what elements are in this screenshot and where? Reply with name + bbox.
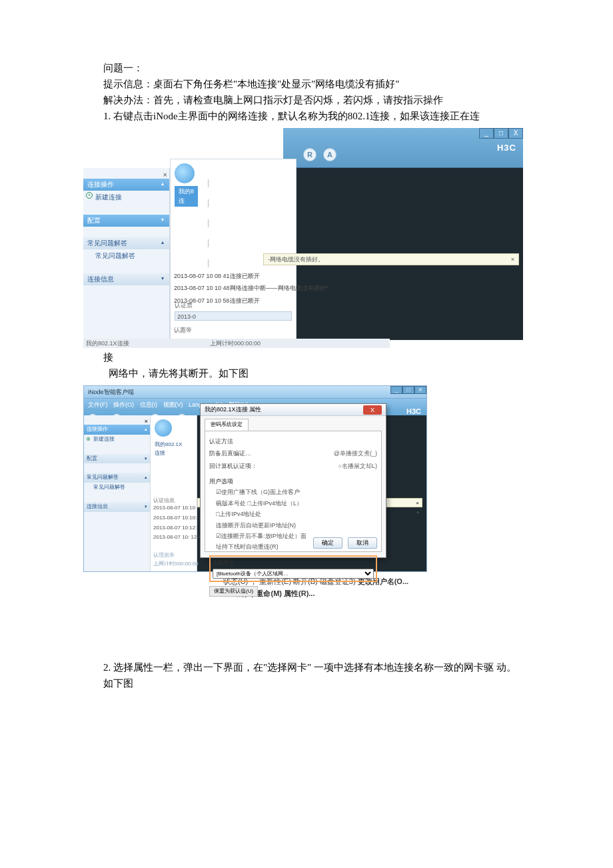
log-list: 2013-08-07 10:10 4 2013-08-07 10:10: 201…	[153, 503, 207, 543]
sidebar-item-label: 新建连接	[93, 436, 115, 442]
conn-label-line2: 连接	[151, 449, 197, 458]
chevron-up-icon: ▴	[145, 425, 147, 433]
cancel-button[interactable]: 取消	[348, 537, 377, 549]
sidebar-header-label: 连接操作	[87, 181, 114, 188]
menu-view[interactable]: 视图(V)	[163, 401, 183, 408]
heading-q1: 问题一：	[103, 60, 520, 76]
connection-icon[interactable]	[155, 419, 172, 437]
chevron-up-icon: ▴	[145, 473, 147, 481]
menu-info[interactable]: 信息(I)	[140, 401, 158, 408]
option-broadcast-logout[interactable]: ☑使用广播下线（G)面上传客户	[209, 487, 377, 497]
chevron-up-icon: ▴	[161, 180, 164, 189]
tooltip-close-icon[interactable]: ×	[511, 255, 518, 264]
sidebar-item-newconn[interactable]: + 新建连接	[83, 191, 169, 204]
dialog-body: 认证方法 防备后直编证… @单播接文煮(_) 回计算机认证项： ○名播展文却L)…	[205, 431, 382, 552]
maximize-button[interactable]: □	[494, 128, 508, 139]
status-timer: 上网计时000:00:00	[153, 560, 199, 569]
option-auto-renew-ip[interactable]: 连接断开后自动更新IP地址(N)	[209, 520, 377, 531]
nic-select[interactable]: [Bluetooth设备（个人区域网…	[213, 569, 374, 579]
sidebar: × 连接操作 ▴ ⊕ 新建连接 配置 ▾ 常见问题解答 ▴ 常见问题解答 连接信…	[84, 415, 151, 571]
tick-icon	[208, 179, 209, 187]
screenshot-2: _ □ X iNode智能客户端 文件(F) 操作(O) 信息(I) 视图(V)…	[83, 385, 427, 572]
dialog-title: 我的802.1X连接 属性	[205, 405, 261, 414]
chevron-up-icon: ▴	[161, 239, 164, 247]
screenshot-1: _ □ X H3C R A × 连接操作 ▴ + 新建连接 配置 ▾ 常	[83, 128, 523, 348]
sidebar-header-conninfo[interactable]: 连接信息 ▾	[83, 273, 169, 285]
sidebar-header-config[interactable]: 配置 ▾	[83, 215, 169, 227]
connection-label[interactable]: 我的8 连	[175, 186, 198, 207]
option-upload-ipv4[interactable]: 碗版本号处 □上传IPv4地址（L）	[209, 498, 377, 509]
log-list: 2013-08-07 10 08 41连接已断开 2013-08-07 10 1…	[174, 270, 394, 307]
date-bar: 2013-0	[175, 311, 292, 321]
radio-multicast[interactable]: ○名播展文却L)	[338, 461, 377, 471]
conn-label-line1: 我的802.1X	[151, 441, 197, 449]
restore-defaults-button[interactable]: 保重为获认值(U)	[209, 586, 258, 597]
log-row: 2013-08-07 10:12:	[153, 523, 207, 533]
log-row: 2013-08-07 10:10:	[153, 513, 207, 523]
close-button[interactable]: X	[508, 128, 523, 139]
brand-label: H3C	[497, 141, 516, 155]
tooltip-bar: -网络电缆没有插好。 ×	[263, 253, 519, 265]
sidebar-header-conninfo[interactable]: 连接信息 ▾	[84, 502, 150, 512]
step-1b: 接	[103, 349, 520, 365]
connection-icon[interactable]	[175, 163, 195, 183]
auth-exception-label: 认惠帝	[174, 325, 192, 335]
sidebar-header-faq[interactable]: 常见问题解答 ▴	[84, 473, 150, 483]
tick-icon	[208, 259, 209, 267]
step-1c: 网络中，请先将其断开。如下图	[103, 365, 520, 381]
sidebar-header-connect[interactable]: 连接操作 ▴	[83, 179, 169, 191]
refresh-icon[interactable]: R	[303, 148, 316, 161]
menu-operate[interactable]: 操作(O)	[113, 401, 134, 408]
tooltip-close-icon[interactable]: ×	[416, 499, 419, 508]
ok-button[interactable]: 确定	[313, 537, 342, 549]
dialog-close-button[interactable]: X	[363, 405, 382, 415]
maximize-button[interactable]: □	[402, 386, 414, 394]
auth-method-label: 认证方法	[209, 437, 263, 446]
sidebar-header-label: 连接信息	[87, 275, 114, 283]
step-2: 2. 选择属性一栏，弹出一下界面，在"选择网卡" 一项中选择有本地连接名称一致的…	[103, 659, 520, 691]
sidebar-header-config[interactable]: 配置 ▾	[84, 454, 150, 464]
status-bar: 认理息帝 上网计时000:00:00	[153, 551, 199, 569]
sidebar-item-newconn[interactable]: ⊕ 新建连接	[84, 435, 150, 445]
sidebar-header-label: 配置	[87, 217, 101, 224]
status-timer: 上网计时000:00:00	[210, 339, 261, 348]
solve-line: 解决办法：首先，请检查电脑上网口指示灯是否闪烁，若闪烁，请按指示操作	[103, 92, 520, 108]
computer-auth-label: 回计算机认证项：	[209, 461, 263, 471]
sidebar-header-faq[interactable]: 常见问题解答 ▴	[83, 237, 169, 249]
tick-icon	[208, 219, 209, 227]
sidebar-header-connect[interactable]: 连接操作 ▴	[84, 425, 150, 435]
nic-select-highlight: 选择网去 [Bluetooth设备（个人区域网…	[209, 555, 377, 582]
connection-panel: 我的8 连 认证票 2013-0	[170, 159, 297, 340]
sidebar-header-label: 连接信息	[87, 503, 108, 509]
log-row: 2013-08-07 10 08 41连接已断开	[174, 270, 394, 282]
sidebar-item-label: 常见问题解答	[93, 484, 125, 490]
chevron-down-icon: ▾	[161, 275, 164, 283]
minimize-button[interactable]: _	[479, 128, 494, 139]
chevron-down-icon: ▾	[145, 503, 147, 510]
status-connection-name: 我的802.1X连接	[86, 339, 129, 348]
tooltip-text: -网络电缆没有插好。	[268, 255, 324, 264]
status-bar: 我的802.1X连接 上网计时000:00:00	[83, 339, 390, 348]
reauth-label: 防备后直编证…	[209, 449, 263, 458]
radio-unicast[interactable]: @单播接文煮(_)	[334, 449, 377, 458]
hint-line: 提示信息：桌面右下角任务栏"本地连接"处显示"网络电缆没有插好"	[103, 76, 520, 92]
close-button[interactable]: X	[414, 386, 426, 394]
option-upload-ipv4b[interactable]: □上传IPv4地址处	[209, 509, 377, 519]
tick-icon	[208, 199, 209, 207]
minimize-button[interactable]: _	[390, 386, 402, 394]
log-row: 2013-08-07 10 10 48网络连接中断——网络电缆没有插好*	[174, 282, 394, 294]
sidebar-header-label: 连接操作	[87, 426, 108, 432]
connection-panel: 我的802.1X 连接	[151, 415, 197, 571]
user-options-header: 用户选项	[209, 476, 377, 487]
menu-file[interactable]: 文件(F)	[88, 401, 108, 408]
nic-select-label: 选择网去	[213, 559, 374, 569]
sidebar-item-faq[interactable]: 常见问题解答	[83, 249, 169, 263]
window-buttons: _ □ X	[479, 128, 523, 139]
about-icon[interactable]: A	[323, 148, 336, 161]
scroll-up-icon[interactable]: ^	[416, 509, 419, 518]
sidebar-header-label: 配置	[87, 455, 97, 461]
window-buttons: _ □ X	[390, 386, 426, 394]
sidebar-item-faq[interactable]: 常见问题解答	[84, 483, 150, 493]
dialog-tab[interactable]: 密码系统设定	[205, 419, 249, 431]
sidebar-item-label: 常见问题解答	[95, 252, 135, 259]
